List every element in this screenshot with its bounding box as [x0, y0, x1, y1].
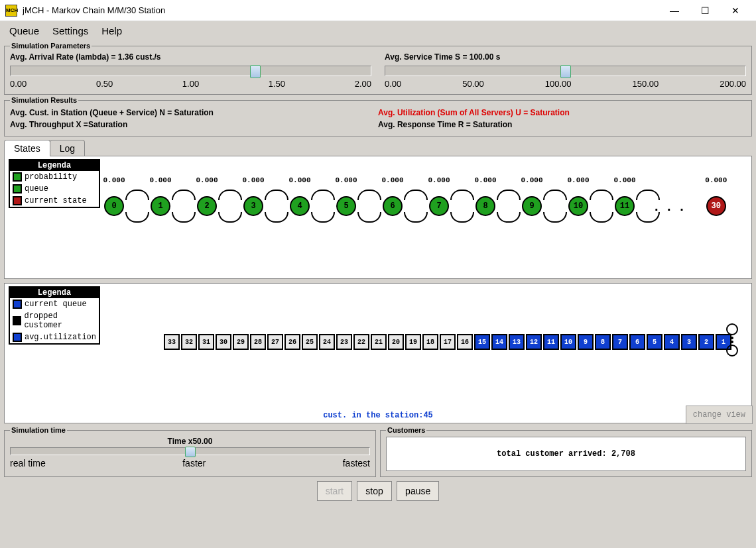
legend-swatch-icon [13, 333, 22, 342]
state-node: 0.00010 [555, 196, 601, 216]
lambda-label: Avg. Arrival Rate (lambda) = 1.36 cust./… [10, 52, 371, 62]
time-slider-thumb[interactable] [185, 447, 196, 457]
queue-box: 21 [371, 334, 387, 350]
legend-label: current queue [25, 300, 87, 309]
close-button[interactable]: ✕ [720, 1, 751, 21]
state-node-final: 0.00030 [693, 196, 739, 216]
state-prob: 0.000 [416, 176, 462, 184]
titlebar: MCH jMCH - Markov Chain M/M/30 Station —… [0, 0, 756, 21]
queue-box: 14 [491, 334, 507, 350]
state-circle: 7 [429, 196, 449, 216]
state-node: 0.0008 [462, 196, 509, 216]
queue-legend-box: Legenda current queuedropped customeravg… [9, 286, 100, 345]
tick-label: 2.00 [355, 79, 371, 89]
queue-box: 7 [612, 334, 628, 350]
simulation-time: Simulation time Time x50.00 real timefas… [4, 426, 376, 477]
time-slider[interactable] [10, 447, 370, 455]
legend-item: current queue [10, 298, 99, 310]
legend-swatch-icon [13, 172, 22, 182]
queue-legend-title: Legenda [10, 288, 99, 298]
queue-box: 9 [578, 334, 594, 350]
queue-box: 5 [647, 334, 662, 350]
tick-label: faster [182, 458, 206, 468]
legend-swatch-icon [13, 316, 21, 325]
tick-label: 150.00 [632, 79, 659, 89]
legend-swatch-icon [13, 300, 22, 309]
state-prob: 0.000 [693, 176, 739, 184]
lambda-slider[interactable] [10, 66, 371, 76]
pause-button[interactable]: pause [397, 481, 439, 501]
tab-log[interactable]: Log [50, 140, 85, 156]
state-circle: 3 [243, 196, 263, 216]
queue-box: 10 [560, 334, 576, 350]
lambda-slider-thumb[interactable] [250, 65, 261, 78]
start-button[interactable]: start [317, 481, 352, 501]
menu-help[interactable]: Help [101, 25, 122, 36]
customers-legend: Customers [386, 426, 426, 434]
queue-box: 25 [302, 334, 318, 350]
tick-label: 1.50 [269, 79, 285, 89]
state-node: 0.0006 [369, 196, 416, 216]
state-node: 0.0009 [509, 196, 555, 216]
queue-box: 32 [181, 334, 197, 350]
state-circle: 9 [522, 196, 542, 216]
tick-label: 100.00 [545, 79, 572, 89]
queue-box: 3 [681, 334, 697, 350]
change-view-button[interactable]: change view [686, 406, 753, 424]
server-circle-icon [726, 323, 738, 335]
queue-box: 19 [405, 334, 421, 350]
state-circle: 2 [197, 196, 217, 216]
minimize-button[interactable]: — [659, 1, 690, 21]
states-legend-title: Legenda [10, 160, 99, 171]
tick-label: real time [10, 458, 46, 468]
menu-settings[interactable]: Settings [52, 25, 88, 36]
queue-box: 23 [336, 334, 352, 350]
params-legend: Simulation Parameters [10, 42, 92, 50]
legend-label: dropped customer [24, 311, 96, 330]
service-label: Avg. Service Time S = 100.00 s [385, 52, 746, 62]
legend-item: current state [10, 195, 99, 207]
legend-label: avg.utilization [25, 333, 96, 342]
state-prob: 0.000 [184, 176, 230, 184]
result-u: Avg. Utilization (Sum of All Servers) U … [378, 107, 746, 119]
tab-states[interactable]: States [4, 140, 50, 156]
menu-queue[interactable]: Queue [9, 25, 39, 36]
queue-box: 12 [526, 334, 542, 350]
state-circle: 8 [475, 196, 495, 216]
tick-label: 1.00 [182, 79, 199, 89]
service-slider[interactable] [385, 66, 746, 76]
tick-label: fastest [343, 458, 370, 468]
state-circle: 0 [104, 196, 124, 216]
legend-swatch-icon [13, 184, 22, 193]
state-node: 0.0005 [323, 196, 369, 216]
app-logo-icon: MCH [5, 5, 17, 17]
state-circle-current: 30 [706, 196, 726, 216]
queue-box: 22 [353, 334, 369, 350]
state-circle: 10 [568, 196, 588, 216]
maximize-button[interactable]: ☐ [690, 1, 720, 21]
server-dot-icon [731, 337, 733, 339]
state-prob: 0.000 [137, 176, 184, 184]
queue-boxes: 3332313029282726252423222120191817161514… [164, 334, 731, 350]
window-title: jMCH - Markov Chain M/M/30 Station [23, 5, 659, 15]
server-icons [726, 323, 738, 358]
legend-item: queue [10, 183, 99, 195]
queue-box: 2 [698, 334, 714, 350]
legend-label: current state [25, 196, 87, 205]
queue-panel: Legenda current queuedropped customeravg… [4, 283, 752, 423]
simulation-results: Simulation Results Avg. Cust. in Station… [4, 96, 752, 137]
result-r: Avg. Response Time R = Saturation [378, 119, 746, 131]
state-node: 0.0002 [184, 196, 230, 216]
service-slider-thumb[interactable] [560, 65, 571, 78]
customers: Customers total customer arrived: 2,708 [380, 426, 752, 477]
tick-label: 0.50 [96, 79, 113, 89]
queue-box: 15 [474, 334, 490, 350]
stop-button[interactable]: stop [357, 481, 391, 501]
state-node: 0.0007 [416, 196, 462, 216]
legend-item: probability [10, 171, 99, 183]
state-prob: 0.000 [462, 176, 509, 184]
state-prob: 0.000 [277, 176, 323, 184]
queue-box: 18 [422, 334, 438, 350]
results-legend: Simulation Results [10, 96, 78, 104]
state-prob: 0.000 [555, 176, 601, 184]
